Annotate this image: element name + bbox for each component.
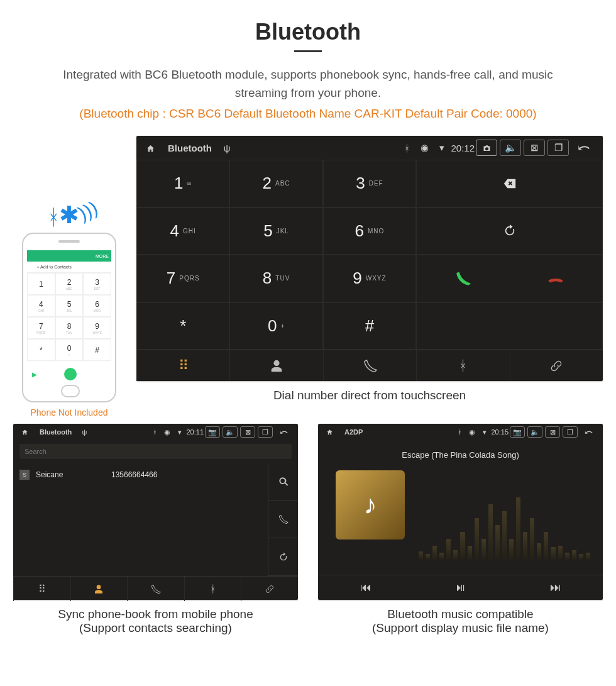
camera-icon[interactable]: 📷 <box>510 426 525 438</box>
wifi-status-icon: ▾ <box>478 428 491 436</box>
contacts-status-title: Bluetooth <box>40 428 72 436</box>
back-icon[interactable]: ⤺ <box>274 426 293 438</box>
phone-key-6: 6MNO <box>83 295 111 317</box>
title-underline <box>294 50 322 52</box>
nav-calllog-icon[interactable] <box>323 350 416 381</box>
dialer-caption: Dial number direct from touchscreen <box>136 389 603 402</box>
key-3[interactable]: 3DEF <box>323 160 416 207</box>
phone-key-3: 3DEF <box>83 273 111 295</box>
key-#[interactable]: # <box>323 302 416 350</box>
refresh-button[interactable] <box>416 207 603 255</box>
recent-apps-icon[interactable]: ❐ <box>547 140 569 156</box>
key-0[interactable]: 0+ <box>229 302 322 350</box>
page-specs: (Bluetooth chip : CSR BC6 Default Blueto… <box>9 107 607 121</box>
phone-key-9: 9WXYZ <box>83 317 111 339</box>
contact-row[interactable]: SSeicane13566664466 <box>19 465 261 484</box>
key-*[interactable]: * <box>136 302 229 350</box>
contacts-caption: Sync phone-book from mobile phone (Suppo… <box>13 607 298 635</box>
volume-icon[interactable]: 🔈 <box>527 426 542 438</box>
nav-calllog-icon[interactable] <box>127 577 184 601</box>
phone-top-label: MORE <box>96 254 109 258</box>
refresh-icon[interactable] <box>268 538 298 576</box>
music-panel: A2DP ᚼ ◉ ▾ 20:15 📷 🔈 ⊠ ❐ ⤺ Escape (The P… <box>318 424 603 600</box>
contacts-statusbar: Bluetooth ψ ᚼ ◉ ▾ 20:11 📷 🔈 ⊠ ❐ ⤺ <box>13 424 298 440</box>
recent-apps-icon[interactable]: ❐ <box>258 426 273 438</box>
wifi-status-icon: ▾ <box>433 142 451 153</box>
dialer-statusbar: Bluetooth ψ ᚼ ◉ ▾ 20:12 🔈 ⊠ ❐ ⤺ <box>136 136 603 160</box>
phone-key-*: * <box>27 339 55 361</box>
search-icon[interactable] <box>268 463 298 501</box>
end-call-button[interactable] <box>510 270 602 287</box>
phone-key-8: 8TUV <box>55 317 84 339</box>
home-icon[interactable] <box>141 142 159 153</box>
phone-key-5: 5JKL <box>55 295 84 317</box>
nav-keypad-icon[interactable]: ⠿ <box>136 350 229 381</box>
search-input[interactable]: Search <box>19 444 292 459</box>
volume-icon[interactable]: 🔈 <box>223 426 238 438</box>
call-icon[interactable] <box>268 501 298 538</box>
nav-bluetooth-icon[interactable]: ᚼ <box>416 350 509 381</box>
signal-waves-icon: ))) <box>75 197 101 224</box>
dialer-status-title: Bluetooth <box>168 143 212 153</box>
phone-key-0: 0+ <box>55 339 84 361</box>
nav-contacts-icon[interactable] <box>70 577 128 601</box>
music-statusbar: A2DP ᚼ ◉ ▾ 20:15 📷 🔈 ⊠ ❐ ⤺ <box>318 424 603 440</box>
key-7[interactable]: 7PQRS <box>136 255 229 302</box>
backspace-button[interactable] <box>416 160 603 207</box>
key-1[interactable]: 1∞ <box>136 160 229 207</box>
gps-status-icon: ◉ <box>415 142 433 153</box>
phone-key-4: 4GHI <box>27 295 55 317</box>
dialer-bottom-nav: ⠿ ᚼ <box>136 350 603 381</box>
close-icon[interactable]: ⊠ <box>524 140 545 156</box>
key-2[interactable]: 2ABC <box>229 160 322 207</box>
camera-icon[interactable] <box>476 140 497 156</box>
phone-key-#: # <box>83 339 111 361</box>
phone-key-7: 7PQRS <box>27 317 55 339</box>
nav-link-icon[interactable] <box>241 577 298 601</box>
bluetooth-icon: ✱))) ᚼ <box>22 201 116 233</box>
contacts-status-time: 20:11 <box>186 428 204 436</box>
key-4[interactable]: 4GHI <box>136 207 229 255</box>
phone-key-1: 1 <box>27 273 55 295</box>
call-button[interactable] <box>417 270 509 287</box>
phone-add-contacts: Add to Contacts <box>40 265 72 269</box>
page-description: Integrated with BC6 Bluetooth module, su… <box>47 66 569 102</box>
wifi-status-icon: ▾ <box>173 428 186 436</box>
home-icon[interactable] <box>323 428 336 436</box>
contacts-panel: Bluetooth ψ ᚼ ◉ ▾ 20:11 📷 🔈 ⊠ ❐ ⤺ Search… <box>13 424 298 600</box>
dialer-panel: Bluetooth ψ ᚼ ◉ ▾ 20:12 🔈 ⊠ ❐ ⤺ 1∞2ABC3D… <box>136 136 603 381</box>
nav-contacts-icon[interactable] <box>229 350 322 381</box>
contacts-bottom-nav: ⠿ ᚼ <box>13 576 298 601</box>
usb-icon: ψ <box>78 428 91 436</box>
recent-apps-icon[interactable]: ❐ <box>563 426 578 438</box>
usb-icon: ψ <box>218 143 236 153</box>
close-icon[interactable]: ⊠ <box>240 426 255 438</box>
album-art-icon: ♪ <box>336 470 405 539</box>
camera-icon[interactable]: 📷 <box>205 426 220 438</box>
next-track-button[interactable]: ⏭ <box>508 575 603 600</box>
key-5[interactable]: 5JKL <box>229 207 322 255</box>
nav-link-icon[interactable] <box>510 350 603 381</box>
music-status-time: 20:15 <box>491 428 509 436</box>
volume-icon[interactable]: 🔈 <box>500 140 521 156</box>
nav-bluetooth-icon[interactable]: ᚼ <box>184 577 241 601</box>
bt-status-icon: ᚼ <box>398 143 415 153</box>
phone-illustration: ✱))) ᚼ MORE ＋ Add to Contacts 12ABC3DEF4… <box>22 201 116 402</box>
video-call-icon: ▶ <box>32 371 37 378</box>
nav-keypad-icon[interactable]: ⠿ <box>13 577 70 601</box>
spacer: . <box>416 302 603 350</box>
close-icon[interactable]: ⊠ <box>545 426 560 438</box>
previous-track-button[interactable]: ⏮ <box>318 575 413 600</box>
music-controls: ⏮ ⏯ ⏭ <box>318 575 603 600</box>
gps-status-icon: ◉ <box>161 428 173 436</box>
back-icon[interactable]: ⤺ <box>579 426 598 438</box>
bt-status-icon: ᚼ <box>453 428 466 436</box>
bt-status-icon: ᚼ <box>148 428 161 436</box>
visualizer <box>419 490 590 560</box>
home-icon[interactable] <box>18 428 31 436</box>
key-6[interactable]: 6MNO <box>323 207 416 255</box>
key-8[interactable]: 8TUV <box>229 255 322 302</box>
play-pause-button[interactable]: ⏯ <box>413 575 508 600</box>
back-icon[interactable]: ⤺ <box>570 139 598 157</box>
key-9[interactable]: 9WXYZ <box>323 255 416 302</box>
